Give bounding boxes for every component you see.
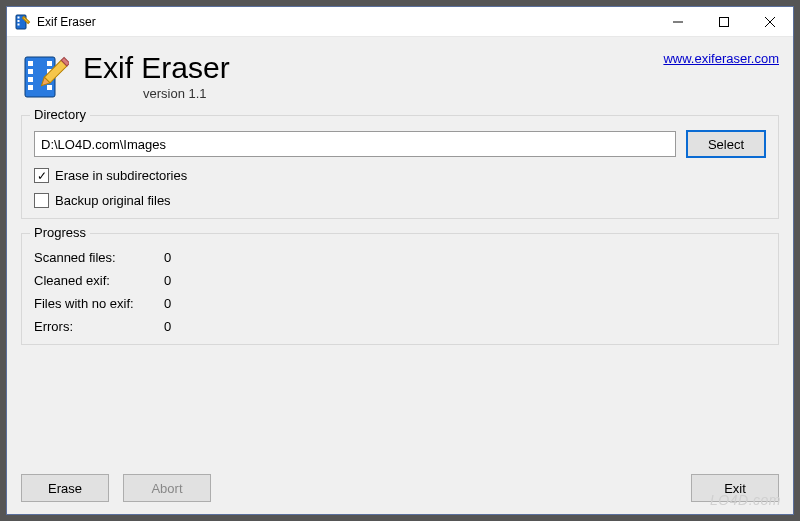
svg-rect-3 xyxy=(18,23,20,25)
progress-row-value: 0 xyxy=(164,319,204,334)
exit-button[interactable]: Exit xyxy=(691,474,779,502)
directory-input[interactable] xyxy=(34,131,676,157)
footer: Erase Abort Exit xyxy=(21,462,779,502)
app-icon-large xyxy=(21,53,69,101)
progress-group: Progress Scanned files: 0 Cleaned exif: … xyxy=(21,233,779,345)
directory-group: Directory Select ✓ Erase in subdirectori… xyxy=(21,115,779,219)
svg-rect-6 xyxy=(720,17,729,26)
svg-rect-11 xyxy=(28,69,33,74)
directory-group-label: Directory xyxy=(30,107,90,122)
erase-subdirs-checkbox[interactable]: ✓ xyxy=(34,168,49,183)
erase-button[interactable]: Erase xyxy=(21,474,109,502)
minimize-button[interactable] xyxy=(655,7,701,36)
svg-rect-1 xyxy=(18,16,20,18)
progress-row-label: Files with no exif: xyxy=(34,296,164,311)
app-title: Exif Eraser xyxy=(83,51,663,84)
footer-spacer xyxy=(225,474,677,502)
svg-rect-2 xyxy=(18,20,20,22)
svg-rect-10 xyxy=(28,61,33,66)
svg-rect-12 xyxy=(28,77,33,82)
svg-rect-13 xyxy=(28,85,33,90)
backup-checkbox[interactable] xyxy=(34,193,49,208)
header: Exif Eraser version 1.1 www.exiferaser.c… xyxy=(21,49,779,101)
progress-row-value: 0 xyxy=(164,296,204,311)
site-link[interactable]: www.exiferaser.com xyxy=(663,51,779,66)
progress-row-value: 0 xyxy=(164,273,204,288)
svg-rect-14 xyxy=(47,61,52,66)
app-title-block: Exif Eraser version 1.1 xyxy=(83,49,663,101)
progress-row-value: 0 xyxy=(164,250,204,265)
svg-rect-17 xyxy=(47,85,52,90)
abort-button[interactable]: Abort xyxy=(123,474,211,502)
close-button[interactable] xyxy=(747,7,793,36)
backup-label: Backup original files xyxy=(55,193,171,208)
app-icon-small xyxy=(15,14,31,30)
maximize-button[interactable] xyxy=(701,7,747,36)
client-area: Exif Eraser version 1.1 www.exiferaser.c… xyxy=(7,37,793,514)
app-window: Exif Eraser xyxy=(6,6,794,515)
progress-row-label: Cleaned exif: xyxy=(34,273,164,288)
progress-row-label: Scanned files: xyxy=(34,250,164,265)
window-controls xyxy=(655,7,793,36)
progress-row-label: Errors: xyxy=(34,319,164,334)
select-button[interactable]: Select xyxy=(686,130,766,158)
app-version: version 1.1 xyxy=(143,86,663,101)
window-title: Exif Eraser xyxy=(37,15,655,29)
erase-subdirs-label: Erase in subdirectories xyxy=(55,168,187,183)
titlebar: Exif Eraser xyxy=(7,7,793,37)
progress-group-label: Progress xyxy=(30,225,90,240)
